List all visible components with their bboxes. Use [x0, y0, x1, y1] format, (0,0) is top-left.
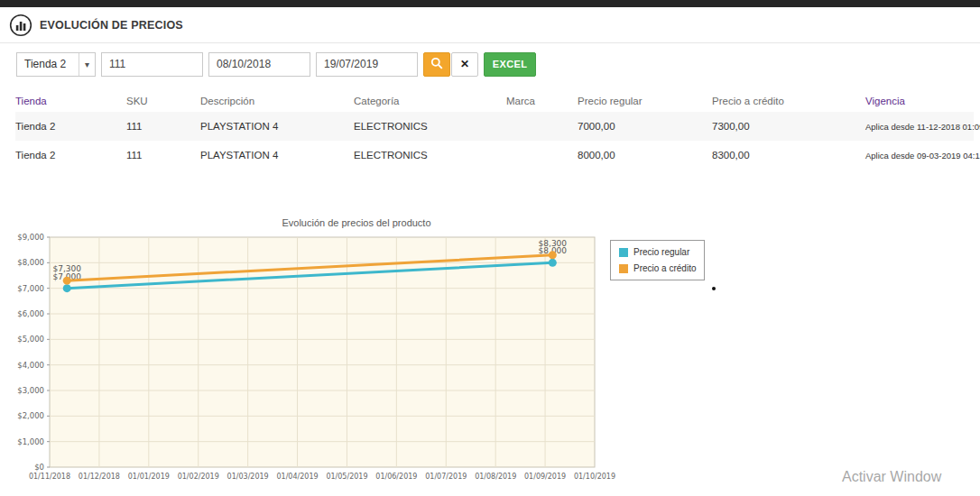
table-cell: Aplica desde 09-03-2019 04:15:03: [865, 151, 980, 161]
x-tick-label: 01/11/2018: [29, 473, 70, 481]
legend-item: Precio regular: [619, 247, 696, 257]
chevron-down-icon: ▾: [79, 53, 95, 76]
y-tick-label: $6,000: [17, 309, 44, 318]
search-button[interactable]: [423, 52, 450, 77]
close-icon: ✕: [460, 58, 469, 70]
y-tick-label: $5,000: [17, 335, 44, 344]
table-header-row: TiendaSKUDescripciónCategoríaMarcaPrecio…: [15, 89, 974, 112]
page-header: EVOLUCIÓN DE PRECIOS: [0, 7, 980, 43]
column-header-marca[interactable]: Marca: [506, 96, 578, 106]
filter-bar: Tienda 2 ▾ ✕ EXCEL: [16, 51, 536, 77]
date-to-input[interactable]: [316, 52, 418, 77]
table-row: Tienda 2111PLAYSTATION 4ELECTRONICS8000,…: [15, 141, 974, 170]
x-tick-label: 01/04/2019: [276, 473, 318, 481]
x-tick-label: 01/03/2019: [227, 473, 269, 481]
legend-item: Precio a crédito: [619, 263, 696, 273]
column-header-vigencia[interactable]: Vigencia: [865, 96, 974, 106]
table-cell: PLAYSTATION 4: [200, 150, 354, 161]
y-tick-label: $2,000: [17, 411, 44, 420]
windows-activation-watermark: Activar Window: [842, 469, 941, 485]
column-header-precio-regular[interactable]: Precio regular: [578, 96, 712, 106]
table-cell: 111: [126, 121, 200, 132]
date-from-input[interactable]: [208, 52, 310, 77]
y-tick-label: $4,000: [17, 361, 44, 370]
clear-button[interactable]: ✕: [451, 52, 478, 77]
y-tick-label: $7,000: [17, 284, 44, 293]
table-cell: ELECTRONICS: [354, 121, 506, 132]
store-select-value: Tienda 2: [17, 58, 79, 70]
chart-legend: Precio regularPrecio a crédito: [610, 240, 705, 280]
chart-title: Evolución de precios del producto: [50, 217, 663, 228]
table-cell: 7300,00: [712, 121, 865, 132]
table-cell: Aplica desde 11-12-2018 01:09:12: [865, 122, 980, 132]
x-tick-label: 01/02/2019: [178, 473, 219, 481]
top-bar: [0, 0, 980, 7]
table-cell: Tienda 2: [15, 121, 126, 132]
data-point-marker: [549, 259, 557, 267]
data-point-marker: [549, 251, 557, 259]
y-tick-label: $1,000: [17, 437, 44, 446]
store-select[interactable]: Tienda 2 ▾: [16, 52, 96, 77]
table-cell: 8300,00: [712, 150, 865, 161]
y-tick-label: $8,000: [17, 258, 44, 267]
price-evolution-chart: $0$1,000$2,000$3,000$4,000$5,000$6,000$7…: [7, 230, 619, 496]
legend-label: Precio a crédito: [633, 263, 696, 273]
column-header-descripcion[interactable]: Descripción: [200, 96, 354, 106]
page-title: EVOLUCIÓN DE PRECIOS: [40, 19, 183, 32]
x-tick-label: 01/10/2019: [574, 473, 615, 481]
search-icon: [430, 57, 443, 72]
data-point-marker: [63, 277, 71, 285]
table-cell: ELECTRONICS: [354, 150, 506, 161]
x-tick-label: 01/12/2018: [79, 473, 120, 481]
column-header-categoria[interactable]: Categoría: [354, 96, 506, 106]
y-tick-label: $3,000: [17, 386, 44, 395]
sku-input[interactable]: [101, 52, 203, 77]
x-tick-label: 01/08/2019: [475, 473, 516, 481]
y-tick-label: $9,000: [17, 233, 44, 242]
bar-chart-icon: [9, 14, 32, 37]
x-tick-label: 01/06/2019: [375, 473, 417, 481]
data-point-marker: [63, 284, 71, 292]
cursor-dot: [712, 287, 716, 290]
x-tick-label: 01/07/2019: [425, 473, 467, 481]
x-tick-label: 01/01/2019: [128, 473, 170, 481]
legend-label: Precio regular: [633, 247, 689, 257]
legend-swatch: [619, 248, 628, 257]
table-cell: 7000,00: [578, 121, 712, 132]
x-tick-label: 01/05/2019: [326, 473, 367, 481]
table-row: Tienda 2111PLAYSTATION 4ELECTRONICS7000,…: [15, 112, 974, 141]
plot-area: [50, 237, 595, 467]
table-cell: PLAYSTATION 4: [200, 121, 354, 132]
x-tick-label: 01/09/2019: [524, 473, 566, 481]
data-point-label: $8,300: [539, 239, 568, 248]
table-cell: 111: [126, 150, 200, 161]
excel-button[interactable]: EXCEL: [484, 52, 536, 77]
column-header-sku[interactable]: SKU: [126, 96, 200, 106]
table-cell: Tienda 2: [15, 150, 126, 161]
data-point-label: $7,300: [52, 264, 81, 273]
column-header-precio-a-credito[interactable]: Precio a crédito: [712, 96, 865, 106]
table-cell: 8000,00: [578, 150, 712, 161]
column-header-tienda[interactable]: Tienda: [15, 96, 126, 106]
legend-swatch: [619, 264, 628, 273]
y-tick-label: $0: [34, 463, 44, 472]
results-table: Tienda 2111PLAYSTATION 4ELECTRONICS7000,…: [15, 112, 974, 170]
